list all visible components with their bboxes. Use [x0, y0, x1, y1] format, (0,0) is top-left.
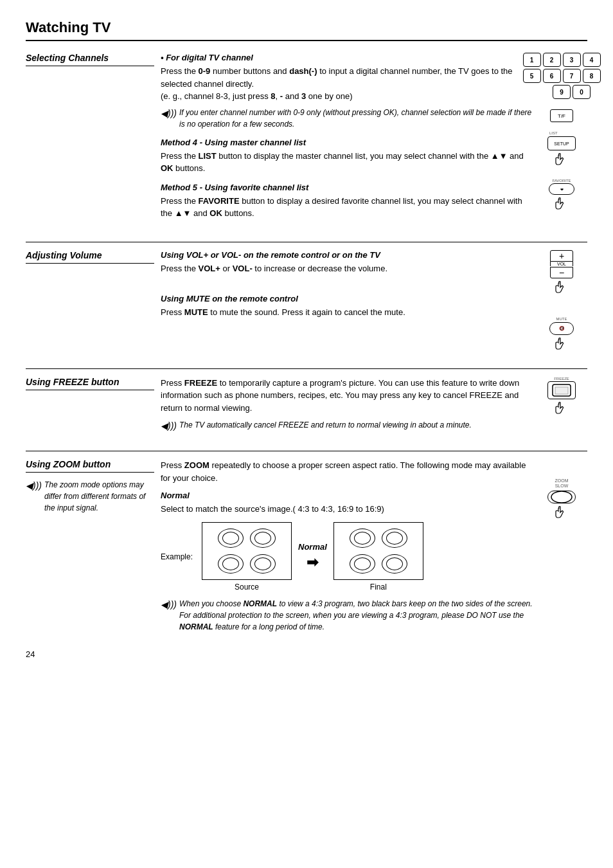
final-circle-tr-inner [386, 532, 403, 545]
zoom-note-text: When you choose NORMAL to view a 4:3 pro… [179, 598, 536, 633]
freeze-body: Press FREEZE to temporarily capture a pr… [161, 377, 536, 415]
freeze-button [547, 381, 576, 399]
section-divider-1 [26, 242, 587, 242]
hand-icon-vol [552, 278, 571, 298]
num-6: 6 [543, 69, 561, 83]
numpad-row1: 1 2 3 4 [523, 53, 601, 67]
circle-bl [218, 554, 244, 574]
zoom-left-col: Using ZOOM button ◀))) The zoom mode opt… [26, 459, 154, 637]
num-1: 1 [523, 53, 541, 67]
zoom-body: Press ZOOM repeatedly to choose a proper… [161, 459, 536, 484]
circle-tl [218, 529, 244, 548]
method4-title: Method 4 - Using master channel list [161, 138, 536, 147]
method5-body: Press the FAVORITE button to display a d… [161, 195, 536, 220]
zoom-diagram: Example: Source Normal ➡ [161, 522, 536, 592]
adjusting-volume-label: Adjusting Volume [26, 250, 154, 264]
zoom-note-left: ◀))) The zoom mode options may differ fr… [26, 479, 154, 514]
method5-subsection: Method 5 - Using favorite channel list P… [161, 183, 536, 220]
arrow-right-icon: ➡ [306, 554, 318, 571]
freeze-label: Using FREEZE button [26, 377, 154, 390]
adjusting-volume-content: Using VOL+ or VOL- on the remote control… [154, 250, 536, 354]
bold-mute: MUTE [184, 307, 208, 317]
note-icon-zoom: ◀))) [161, 598, 177, 611]
digital-example: (e. g., channel 8-3, just press 8, - and… [161, 91, 353, 101]
bold-zoom: ZOOM [184, 460, 209, 470]
method5-title: Method 5 - Using favorite channel list [161, 183, 536, 192]
selecting-channels-label: Selecting Channels [26, 53, 154, 66]
note-icon-zoom-left: ◀))) [26, 479, 42, 493]
vol-plus-button: + [550, 250, 573, 262]
volume-icons: + VOL − MUTE 🔇 [536, 250, 587, 354]
num-9: 9 [553, 85, 571, 99]
page-number: 24 [26, 649, 587, 659]
zoom-section: Using ZOOM button ◀))) The zoom mode opt… [26, 459, 587, 637]
zoom-note-normal: ◀))) When you choose NORMAL to view a 4:… [161, 598, 536, 633]
freeze-icon: FREEZE [536, 377, 587, 437]
final-circle-tr [382, 529, 407, 548]
circle-br-inner [254, 557, 271, 570]
circle-tl-inner [222, 532, 239, 545]
normal-body: Select to match the source's image.( 4:3… [161, 503, 536, 516]
numpad-row3: 9 0 [553, 85, 591, 99]
tf-button: T/F [550, 109, 573, 122]
bold-normal-note2: NORMAL [179, 622, 213, 631]
digital-note: ◀))) If you enter channel number with 0-… [161, 107, 536, 130]
source-circles [218, 529, 276, 574]
zoom-icon-col: ZOOMSLOW [536, 459, 587, 637]
normal-title: Normal [161, 491, 536, 500]
adjusting-volume-section: Adjusting Volume Using VOL+ or VOL- on t… [26, 250, 587, 361]
num-7: 7 [563, 69, 581, 83]
svg-point-2 [551, 491, 572, 503]
digital-channel-body: Press the 0-9 number buttons and dash(-)… [161, 65, 536, 103]
zoom-note-left-text: The zoom mode options may differ from di… [44, 479, 154, 514]
freeze-note-text: The TV automatically cancel FREEZE and r… [179, 419, 472, 431]
page-title: Watching TV [26, 19, 587, 41]
hand-icon-fav [552, 195, 571, 214]
num-3: 3 [563, 53, 581, 67]
circle-bl-inner [222, 557, 239, 570]
hand-icon-zoom [552, 503, 571, 523]
selecting-channels-section: Selecting Channels • For digital TV chan… [26, 53, 587, 234]
section-divider-2 [26, 368, 587, 369]
freeze-section: Using FREEZE button Press FREEZE to temp… [26, 377, 587, 444]
num-0: 0 [573, 85, 591, 99]
freeze-note: ◀))) The TV automatically cancel FREEZE … [161, 419, 536, 433]
favorite-button: ❤ [549, 183, 574, 195]
vol-title: Using VOL+ or VOL- on the remote control… [161, 250, 536, 260]
freeze-content: Press FREEZE to temporarily capture a pr… [154, 377, 536, 437]
zoom-label: Using ZOOM button [26, 459, 154, 473]
num-4: 4 [583, 53, 601, 67]
num-8: 8 [583, 69, 601, 83]
final-label: Final [370, 583, 387, 592]
example-label: Example: [161, 552, 193, 561]
source-label: Source [235, 583, 259, 592]
method4-body: Press the LIST button to display the mas… [161, 150, 536, 175]
hand-icon-list [552, 150, 571, 170]
final-circle-bl-inner [354, 557, 371, 570]
vol-body: Press the VOL+ or VOL- to increase or de… [161, 262, 536, 275]
vol-label: VOL [550, 262, 573, 266]
source-box [202, 522, 292, 580]
bold-favorite: FAVORITE [199, 196, 240, 206]
mute-subsection: Using MUTE on the remote control Press M… [161, 294, 536, 319]
note-icon-freeze: ◀))) [161, 419, 177, 433]
section-divider-3 [26, 451, 587, 451]
hand-icon-freeze [552, 399, 571, 419]
svg-rect-1 [555, 387, 568, 394]
numpad-row2: 5 6 7 8 [523, 69, 601, 83]
hand-icon-mute [552, 335, 571, 354]
list-setup-button: LIST SETUP [547, 136, 576, 150]
final-circle-tl-inner [354, 532, 371, 545]
zoom-slow-button [547, 491, 576, 503]
vol-subsection: Using VOL+ or VOL- on the remote control… [161, 250, 536, 275]
bold-ok-2: OK [209, 208, 222, 218]
final-circles [350, 529, 407, 574]
mute-button: 🔇 [549, 322, 574, 335]
mute-body: Press MUTE to mute the sound. Press it a… [161, 306, 536, 319]
final-diagram: Final [333, 522, 423, 592]
zoom-content: Press ZOOM repeatedly to choose a proper… [154, 459, 536, 637]
bold-list: LIST [199, 151, 217, 161]
mute-title: Using MUTE on the remote control [161, 294, 536, 303]
note-icon-1: ◀))) [161, 107, 177, 120]
selecting-channels-icons: 1 2 3 4 5 6 7 8 9 0 T/F LIST SETUP [536, 53, 587, 228]
